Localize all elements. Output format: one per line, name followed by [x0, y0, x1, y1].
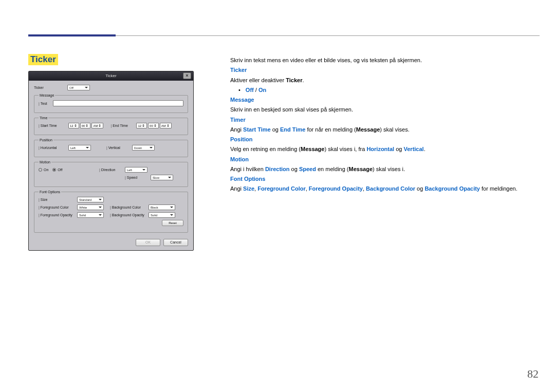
- direction-dropdown[interactable]: Left: [125, 167, 147, 173]
- position-group: Position |Horizontal Left |Vertical Down: [34, 138, 188, 157]
- ok-button[interactable]: OK: [136, 239, 160, 246]
- size-label: Size: [41, 198, 48, 201]
- bg-opacity-dropdown[interactable]: Solid: [149, 212, 175, 218]
- vertical-dropdown[interactable]: Down: [132, 145, 155, 151]
- bg-color-label: Background Color: [112, 206, 141, 209]
- start-ampm-spin[interactable]: AM: [91, 123, 103, 128]
- intro-text: Skriv inn tekst mens en video eller et b…: [230, 55, 540, 65]
- dialog-title: Ticker: [105, 73, 116, 78]
- time-group: Time |Start Time 12 00 AM |End Time 12 0…: [34, 116, 188, 135]
- end-hour-spin[interactable]: 12: [136, 123, 147, 128]
- font-options-group: Font Options |Size Standard |Foreground …: [34, 190, 188, 233]
- message-legend: Message: [39, 94, 55, 97]
- start-time-label: Start Time: [41, 124, 57, 127]
- direction-label: Direction: [101, 168, 116, 172]
- ticker-dialog-screenshot: Ticker × Ticker Off Message |Test Time |…: [28, 71, 194, 251]
- speed-dropdown[interactable]: Slow: [151, 175, 173, 180]
- speed-label: Speed: [127, 176, 137, 179]
- time-legend: Time: [39, 116, 48, 120]
- description-text: Skriv inn tekst mens en video eller et b…: [230, 55, 540, 194]
- horizontal-dropdown[interactable]: Left: [68, 145, 91, 151]
- ticker-heading: Ticker: [230, 67, 247, 73]
- start-hour-spin[interactable]: 12: [68, 123, 79, 128]
- motion-heading: Motion: [230, 156, 249, 162]
- page-number: 82: [527, 367, 539, 381]
- reset-button[interactable]: Reset: [162, 220, 183, 226]
- cancel-button[interactable]: Cancel: [163, 239, 188, 246]
- ticker-label: Ticker: [34, 86, 67, 89]
- fg-color-dropdown[interactable]: White: [77, 204, 104, 210]
- size-dropdown[interactable]: Standard: [77, 197, 104, 202]
- dialog-titlebar: Ticker ×: [29, 71, 193, 81]
- message-group: Message |Test: [34, 94, 188, 113]
- end-min-spin[interactable]: 00: [148, 123, 159, 128]
- motion-on-label: On: [44, 168, 48, 172]
- motion-off-radio[interactable]: [52, 168, 56, 172]
- timer-heading: Timer: [230, 117, 246, 123]
- motion-legend: Motion: [39, 160, 51, 164]
- message-input[interactable]: [53, 100, 183, 106]
- horizontal-label: Horizontal: [41, 146, 57, 150]
- bg-opacity-label: Background Opacity: [112, 213, 144, 217]
- motion-off-label: Off: [58, 168, 62, 172]
- start-min-spin[interactable]: 00: [80, 123, 91, 128]
- end-ampm-spin[interactable]: AM: [160, 123, 172, 128]
- header-rule-accent: [28, 34, 116, 36]
- bg-color-dropdown[interactable]: Black: [149, 204, 175, 210]
- ticker-dropdown[interactable]: Off: [67, 85, 90, 90]
- end-time-label: End Time: [113, 124, 128, 127]
- chevron-down-icon: [85, 87, 88, 88]
- fg-opacity-dropdown[interactable]: Solid: [77, 212, 104, 218]
- vertical-label: Vertical: [108, 146, 120, 150]
- font-options-heading: Font Options: [230, 176, 265, 182]
- message-heading: Message: [230, 97, 254, 103]
- font-options-legend: Font Options: [39, 190, 61, 194]
- motion-on-radio[interactable]: [39, 168, 42, 172]
- section-title: Ticker: [28, 54, 58, 65]
- close-icon[interactable]: ×: [183, 72, 191, 79]
- position-heading: Position: [230, 136, 252, 142]
- fg-opacity-label: Foreground Opacity: [41, 213, 72, 217]
- message-field-label: Test: [41, 102, 47, 105]
- position-legend: Position: [39, 138, 53, 142]
- motion-group: Motion On Off |Direction Left |Speed Slo…: [34, 160, 188, 187]
- fg-color-label: Foreground Color: [41, 206, 69, 209]
